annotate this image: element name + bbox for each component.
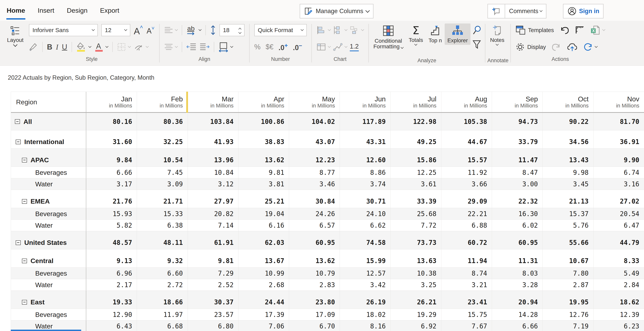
value-cell[interactable]: 25.21 <box>238 190 289 208</box>
collapse-icon[interactable] <box>22 158 27 162</box>
value-cell[interactable]: 80.36 <box>137 113 188 130</box>
value-cell[interactable]: 41.93 <box>188 130 238 148</box>
row-header-cell[interactable]: United States <box>11 231 86 249</box>
value-cell[interactable]: 3.17 <box>86 178 137 190</box>
value-cell[interactable]: 17.39 <box>238 309 289 320</box>
value-cell[interactable]: 3.74 <box>340 178 390 190</box>
value-cell[interactable]: 12.60 <box>340 149 390 167</box>
value-cell[interactable]: 5.49 <box>594 268 644 279</box>
value-cell[interactable]: 15.37 <box>543 208 593 219</box>
value-cell[interactable]: 10.84 <box>188 167 238 178</box>
column-header-feb[interactable]: Febin Millions <box>137 92 188 112</box>
row-header-cell[interactable]: Water <box>11 220 86 231</box>
value-cell[interactable]: 30.37 <box>188 291 238 309</box>
value-cell[interactable]: 21.71 <box>137 190 188 208</box>
conditional-formatting-button[interactable]: Conditional Formatting <box>371 24 406 51</box>
quick-format-select[interactable]: Quick Format <box>254 24 307 36</box>
row-height-icon[interactable] <box>210 25 216 35</box>
cloud-upload-icon[interactable] <box>567 43 578 52</box>
value-cell[interactable]: 38.83 <box>238 130 289 148</box>
value-cell[interactable]: 26.21 <box>391 291 441 309</box>
value-cell[interactable]: 10.38 <box>391 268 441 279</box>
value-cell[interactable]: 22.32 <box>492 190 543 208</box>
percent-format-button[interactable]: % <box>254 43 260 51</box>
value-cell[interactable]: 16.30 <box>492 208 543 219</box>
collapse-icon[interactable] <box>16 240 21 245</box>
value-cell[interactable]: 43.31 <box>340 130 390 148</box>
value-cell[interactable]: 5.76 <box>543 220 593 231</box>
value-cell[interactable]: 11.97 <box>137 309 188 320</box>
sparkline-button[interactable] <box>333 43 347 51</box>
hierarchy-chart-button[interactable] <box>333 26 347 35</box>
value-cell[interactable]: 2.87 <box>543 279 593 290</box>
column-header-jun[interactable]: Junin Millions <box>340 92 390 112</box>
totals-button[interactable]: Σ Totals <box>406 24 426 47</box>
column-header-may[interactable]: Mayin Millions <box>289 92 340 112</box>
value-cell[interactable]: 23.41 <box>441 291 492 309</box>
value-cell[interactable]: 19.95 <box>543 291 593 309</box>
value-cell[interactable]: 8.77 <box>289 167 340 178</box>
value-cell[interactable]: 8.16 <box>340 320 390 331</box>
value-cell[interactable]: 22.21 <box>441 208 492 219</box>
value-cell[interactable]: 117.89 <box>340 113 390 130</box>
table-visual-button[interactable] <box>316 43 330 51</box>
currency-format-button[interactable]: $€ <box>266 43 274 51</box>
column-header-apr[interactable]: Aprin Millions <box>238 92 289 112</box>
horizontal-scrollbar[interactable] <box>11 330 81 331</box>
value-cell[interactable]: 23.80 <box>289 291 340 309</box>
row-height-stepper[interactable]: 18 <box>220 24 244 36</box>
collapse-icon[interactable] <box>15 119 20 124</box>
value-cell[interactable]: 6.68 <box>137 320 188 331</box>
value-cell[interactable]: 2.83 <box>289 279 340 290</box>
value-cell[interactable]: 9.13 <box>86 249 137 267</box>
value-cell[interactable]: 33.39 <box>391 190 441 208</box>
value-cell[interactable]: 21.13 <box>543 190 593 208</box>
layout-button[interactable]: Layout <box>4 21 26 48</box>
value-cell[interactable]: 27.97 <box>188 190 238 208</box>
value-cell[interactable]: 73.73 <box>391 231 441 249</box>
add-comment-button[interactable] <box>488 4 505 18</box>
value-cell[interactable]: 15.93 <box>86 208 137 219</box>
value-cell[interactable]: 44.79 <box>594 231 644 249</box>
row-header-cell[interactable]: Beverages <box>11 268 86 279</box>
value-cell[interactable]: 43.07 <box>289 130 340 148</box>
value-cell[interactable]: 6.16 <box>238 220 289 231</box>
value-cell[interactable]: 6.38 <box>137 220 188 231</box>
value-cell[interactable]: 10.99 <box>238 268 289 279</box>
value-cell[interactable]: 3.25 <box>391 279 441 290</box>
column-header-oct[interactable]: Octin Millions <box>543 92 593 112</box>
row-header-cell[interactable]: Central <box>11 249 86 267</box>
horizontal-align-button[interactable] <box>164 27 178 34</box>
value-cell[interactable]: 6.60 <box>137 268 188 279</box>
value-cell[interactable]: 6.02 <box>492 220 543 231</box>
value-cell[interactable]: 34.56 <box>543 130 593 148</box>
value-cell[interactable]: 3.42 <box>340 279 390 290</box>
value-cell[interactable]: 7.14 <box>188 220 238 231</box>
value-cell[interactable]: 32.25 <box>137 130 188 148</box>
value-cell[interactable]: 36.91 <box>594 130 644 148</box>
value-cell[interactable]: 15.33 <box>137 208 188 219</box>
value-cell[interactable]: 6.70 <box>289 320 340 331</box>
value-cell[interactable]: 12.90 <box>86 309 137 320</box>
value-cell[interactable]: 5.82 <box>86 220 137 231</box>
value-cell[interactable]: 11.94 <box>441 249 492 267</box>
value-cell[interactable]: 12.76 <box>543 309 593 320</box>
value-cell[interactable]: 24.44 <box>238 291 289 309</box>
value-cell[interactable]: 11.92 <box>441 167 492 178</box>
bold-button[interactable]: B <box>47 43 52 51</box>
value-cell[interactable]: 55.66 <box>543 231 593 249</box>
value-cell[interactable]: 6.66 <box>492 320 543 331</box>
value-cell[interactable]: 30.71 <box>340 190 390 208</box>
value-cell[interactable]: 15.57 <box>441 149 492 167</box>
value-cell[interactable]: 9.81 <box>188 249 238 267</box>
value-cell[interactable]: 49.25 <box>391 130 441 148</box>
refresh-button[interactable] <box>583 42 597 52</box>
column-header-nov[interactable]: Novin Millions <box>594 92 644 112</box>
value-cell[interactable]: 6.62 <box>340 220 390 231</box>
value-cell[interactable]: 10.79 <box>289 268 340 279</box>
value-cell[interactable]: 20.94 <box>492 291 543 309</box>
row-header-cell[interactable]: All <box>11 113 86 130</box>
value-cell[interactable]: 48.11 <box>137 231 188 249</box>
value-cell[interactable]: 44.67 <box>441 130 492 148</box>
column-header-jan[interactable]: Janin Millions <box>86 92 137 112</box>
